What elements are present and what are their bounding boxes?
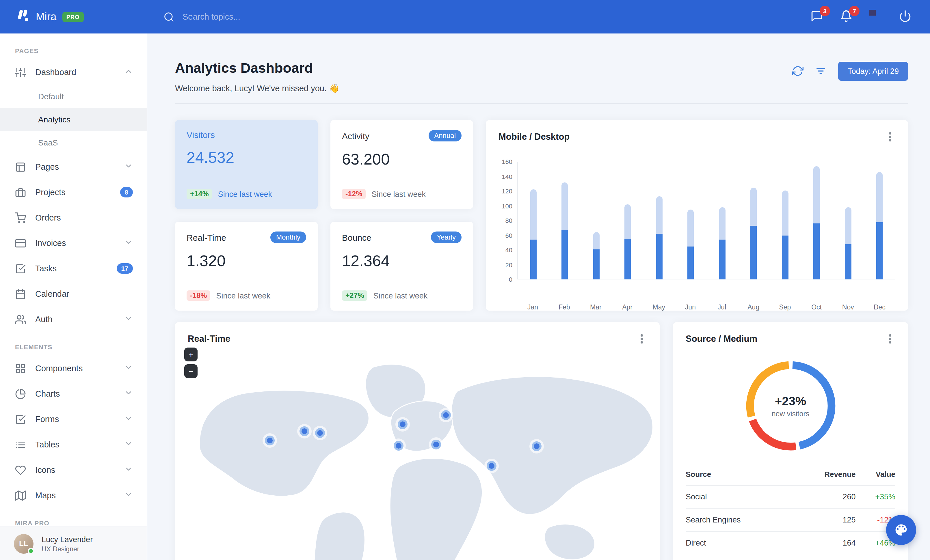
world-map[interactable] xyxy=(180,357,655,560)
brand[interactable]: Mira PRO xyxy=(15,8,147,25)
sidebar-subitem-analytics[interactable]: Analytics xyxy=(0,108,147,131)
sidebar-item-label: Tasks xyxy=(35,264,108,273)
sidebar-item-invoices[interactable]: Invoices xyxy=(0,230,147,256)
sidebar-item-tables[interactable]: Tables xyxy=(0,432,147,457)
language-button[interactable] xyxy=(869,10,883,24)
sidebar-subitem-saas[interactable]: SaaS xyxy=(0,131,147,154)
sidebar-item-dashboard[interactable]: Dashboard xyxy=(0,60,147,85)
mobile-segment xyxy=(530,239,537,279)
stat-card-visitors: Visitors 24.532 +14% Since last week xyxy=(175,120,318,209)
visitor-location-marker[interactable] xyxy=(429,437,443,452)
sidebar-item-auth[interactable]: Auth xyxy=(0,307,147,332)
heart-icon xyxy=(15,465,26,476)
desktop-segment xyxy=(845,207,851,244)
count-badge: 17 xyxy=(117,263,133,274)
search-box[interactable] xyxy=(163,11,810,22)
sidebar-item-orders[interactable]: Orders xyxy=(0,205,147,230)
bar-aug[interactable] xyxy=(738,162,770,279)
chevron-down-icon xyxy=(124,162,133,172)
sign-out-button[interactable] xyxy=(899,10,913,24)
y-tick-label: 0 xyxy=(509,276,512,283)
visitor-location-marker[interactable] xyxy=(484,459,499,473)
desktop-segment xyxy=(530,190,537,239)
x-tick-label: Dec xyxy=(864,304,895,311)
page-title: Analytics Dashboard xyxy=(175,60,339,76)
source-medium-menu-button[interactable] xyxy=(885,334,895,344)
visitor-location-marker[interactable] xyxy=(297,424,312,439)
users-icon xyxy=(15,314,26,325)
refresh-button[interactable] xyxy=(792,65,805,78)
messages-button[interactable]: 3 xyxy=(810,10,824,24)
refresh-icon xyxy=(792,65,804,77)
sidebar-item-label: Charts xyxy=(35,389,115,398)
sidebar: PAGESDashboardDefaultAnalyticsSaaSPagesP… xyxy=(0,34,147,560)
sidebar-item-tasks[interactable]: Tasks17 xyxy=(0,256,147,281)
sidebar-item-label: Forms xyxy=(35,414,115,424)
map-zoom-in-button[interactable]: + xyxy=(184,348,197,361)
sidebar-item-projects[interactable]: Projects8 xyxy=(0,180,147,205)
y-tick-label: 60 xyxy=(505,232,513,239)
period-pill[interactable]: Annual xyxy=(428,130,462,141)
bar-jun[interactable] xyxy=(675,162,707,279)
welcome-message: Welcome back, Lucy! We've missed you. 👋 xyxy=(175,84,339,94)
bar-jan[interactable] xyxy=(517,162,549,279)
visitor-location-marker[interactable] xyxy=(396,417,410,431)
chart-menu-button[interactable] xyxy=(885,132,895,142)
count-badge: 8 xyxy=(120,187,133,198)
map-menu-button[interactable] xyxy=(637,334,647,344)
bar-sep[interactable] xyxy=(770,162,801,279)
desktop-segment xyxy=(719,207,725,239)
sidebar-item-forms[interactable]: Forms xyxy=(0,407,147,432)
bar-apr[interactable] xyxy=(612,162,644,279)
sidebar-item-maps[interactable]: Maps xyxy=(0,483,147,508)
bar-jul[interactable] xyxy=(707,162,738,279)
visitor-location-marker[interactable] xyxy=(439,408,453,422)
sidebar-item-pages[interactable]: Pages xyxy=(0,154,147,180)
visitor-location-marker[interactable] xyxy=(263,433,277,448)
sidebar-item-charts[interactable]: Charts xyxy=(0,381,147,407)
x-tick-label: Feb xyxy=(548,304,580,311)
period-pill[interactable]: Monthly xyxy=(270,232,306,243)
search-input[interactable] xyxy=(182,12,320,22)
mobile-segment xyxy=(688,246,694,279)
visitor-location-marker[interactable] xyxy=(313,426,327,440)
filter-button[interactable] xyxy=(815,65,828,78)
sidebar-subitem-default[interactable]: Default xyxy=(0,85,147,108)
notifications-button[interactable]: 7 xyxy=(840,10,854,24)
cart-icon xyxy=(15,212,26,223)
sidebar-item-label: Dashboard xyxy=(35,68,115,77)
chevron-down-icon xyxy=(124,388,133,399)
app-root: Mira PRO 3 7 PAGESDashbo xyxy=(0,0,930,560)
map-zoom-out-button[interactable]: − xyxy=(184,364,197,378)
y-tick-label: 160 xyxy=(502,158,512,165)
bar-may[interactable] xyxy=(644,162,675,279)
visitor-location-marker[interactable] xyxy=(391,439,406,453)
visitor-location-marker[interactable] xyxy=(530,439,544,454)
y-tick-label: 40 xyxy=(505,247,513,253)
search-icon xyxy=(163,11,174,22)
desktop-segment xyxy=(656,196,662,234)
realtime-map-card: Real-Time + − xyxy=(175,322,660,560)
chevron-down-icon xyxy=(124,465,133,475)
sidebar-user[interactable]: LL Lucy Lavender UX Designer xyxy=(0,526,147,560)
x-tick-label: Apr xyxy=(611,304,643,311)
source-medium-card: Source / Medium +23% new visitors Source… xyxy=(673,322,908,560)
sidebar-item-calendar[interactable]: Calendar xyxy=(0,281,147,307)
bar-nov[interactable] xyxy=(832,162,864,279)
sidebar-item-components[interactable]: Components xyxy=(0,356,147,381)
stat-title: Real-Time xyxy=(186,232,226,242)
bar-feb[interactable] xyxy=(549,162,580,279)
bar-mar[interactable] xyxy=(580,162,612,279)
table-header-revenue: Revenue xyxy=(794,465,856,485)
messages-count-badge: 3 xyxy=(820,6,830,16)
bar-dec[interactable] xyxy=(864,162,895,279)
sidebar-item-label: Invoices xyxy=(35,238,115,248)
sidebar-section-label: PAGES xyxy=(0,36,147,60)
bar-oct[interactable] xyxy=(801,162,832,279)
date-range-button[interactable]: Today: April 29 xyxy=(838,62,908,81)
sidebar-item-icons[interactable]: Icons xyxy=(0,457,147,483)
theme-settings-button[interactable] xyxy=(886,515,916,545)
sidebar-item-label: Calendar xyxy=(35,289,133,298)
y-tick-label: 80 xyxy=(505,217,513,224)
period-pill[interactable]: Yearly xyxy=(431,232,462,243)
